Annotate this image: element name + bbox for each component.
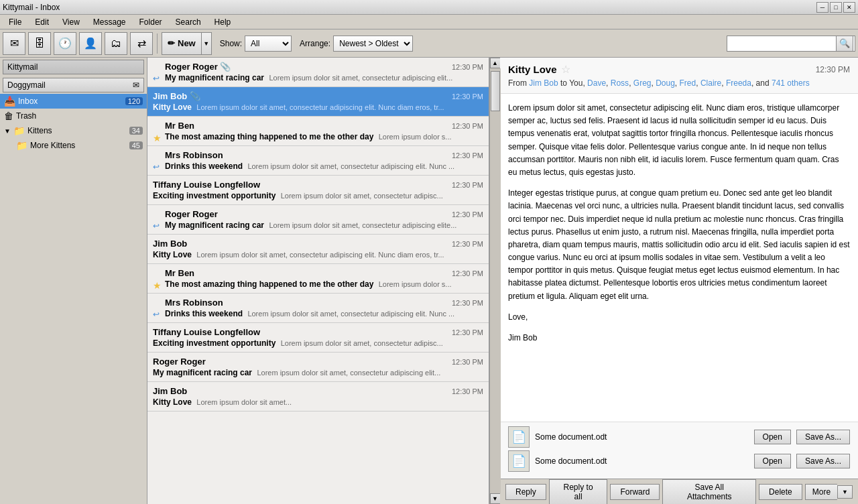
email-preview-10: Lorem ipsum dolor sit amet, consectetur … bbox=[257, 369, 440, 377]
scroll-up-button[interactable]: ▲ bbox=[490, 58, 501, 68]
attachment-2-open-button[interactable]: Open bbox=[754, 454, 791, 468]
email-preview-8: Lorem ipsum dolor sit amet, consectetur … bbox=[247, 310, 454, 318]
email-subject-row-5: My magnificent racing car Lorem ipsum do… bbox=[153, 220, 483, 230]
email-item-4[interactable]: Tiffany Louise Longfellow 12:30 PM Excit… bbox=[147, 176, 489, 205]
search-input[interactable] bbox=[729, 39, 836, 48]
titlebar-controls: ─ □ ✕ bbox=[816, 2, 855, 13]
email-sender-1: Jim Bob 📎 bbox=[153, 91, 200, 101]
email-item-3[interactable]: ↩ Mrs Robinson 12:30 PM Drinks this week… bbox=[147, 146, 489, 176]
recipient-fred[interactable]: Fred bbox=[680, 78, 696, 88]
trash-icon: 🗑 bbox=[4, 111, 13, 121]
from-link[interactable]: Jim Bob bbox=[529, 78, 558, 88]
email-sender-7: Mr Ben bbox=[153, 268, 194, 278]
email-time-1: 12:30 PM bbox=[452, 92, 483, 101]
email-item-11[interactable]: Jim Bob 12:30 PM Kitty Love Lorem ipsum … bbox=[147, 382, 489, 412]
email-list-scroll[interactable]: ↩ Roger Roger 📎 12:30 PM My magnificent … bbox=[147, 58, 489, 504]
email-sender-0: Roger Roger 📎 bbox=[153, 62, 231, 72]
sidebar: Kittymail Doggymail ✉ 📥 Inbox 120 🗑 Tras… bbox=[0, 58, 147, 504]
archive-button[interactable]: 🗄 bbox=[28, 32, 51, 55]
email-item-6[interactable]: Jim Bob 12:30 PM Kitty Love Lorem ipsum … bbox=[147, 235, 489, 264]
email-header-4: Tiffany Louise Longfellow 12:30 PM bbox=[153, 180, 483, 190]
email-item-8[interactable]: ↩ Mrs Robinson 12:30 PM Drinks this week… bbox=[147, 294, 489, 323]
email-item-5[interactable]: ↩ Roger Roger 12:30 PM My magnificent ra… bbox=[147, 205, 489, 235]
recipient-claire[interactable]: Claire bbox=[700, 78, 721, 88]
email-time-10: 12:30 PM bbox=[452, 358, 483, 366]
forward-button[interactable]: Forward bbox=[610, 484, 660, 500]
save-attachments-button[interactable]: Save All Attachments bbox=[662, 479, 756, 505]
more-kittens-label: More Kittens bbox=[30, 141, 75, 150]
menu-file[interactable]: File bbox=[3, 15, 27, 29]
email-sender-5: Roger Roger bbox=[153, 209, 218, 219]
attachment-1-save-button[interactable]: Save As... bbox=[796, 430, 850, 444]
kittens-badge: 34 bbox=[129, 127, 143, 135]
email-sender-2: Mr Ben bbox=[153, 121, 194, 131]
more-dropdown-button[interactable]: ▼ bbox=[837, 485, 853, 499]
email-item-2[interactable]: ★ Mr Ben 12:30 PM The most amazing thing… bbox=[147, 117, 489, 146]
email-subject-4: Exciting investment opportunity bbox=[153, 191, 278, 200]
email-item-10[interactable]: Roger Roger 12:30 PM My magnificent raci… bbox=[147, 353, 489, 382]
write-icon: ✏ bbox=[168, 38, 175, 48]
recipient-freeda[interactable]: Freeda bbox=[726, 78, 751, 88]
sync-button[interactable]: ⇄ bbox=[130, 32, 153, 55]
maximize-button[interactable]: □ bbox=[830, 2, 842, 13]
delete-button[interactable]: Delete bbox=[759, 484, 802, 500]
email-item-0[interactable]: ↩ Roger Roger 📎 12:30 PM My magnificent … bbox=[147, 58, 489, 87]
toolbar: ✉ 🗄 🕐 👤 🗂 ⇄ ✏ New ▼ Show: All Unread Sta… bbox=[0, 29, 858, 58]
minimize-button[interactable]: ─ bbox=[816, 2, 829, 13]
attachment-1-open-button[interactable]: Open bbox=[754, 430, 791, 444]
email-subject-row-6: Kitty Love Lorem ipsum dolor sit amet, c… bbox=[153, 250, 483, 259]
scroll-down-button[interactable]: ▼ bbox=[490, 493, 501, 504]
recipient-dave[interactable]: Dave bbox=[587, 78, 606, 88]
email-item-7[interactable]: ★ Mr Ben 12:30 PM The most amazing thing… bbox=[147, 264, 489, 294]
email-item-9[interactable]: Tiffany Louise Longfellow 12:30 PM Excit… bbox=[147, 323, 489, 353]
email-item-1[interactable]: Jim Bob 📎 12:30 PM Kitty Love Lorem ipsu… bbox=[147, 87, 489, 117]
arrange-label: Arrange: bbox=[300, 39, 330, 48]
reading-header: Kitty Love ☆ 12:30 PM From Jim Bob to Yo… bbox=[500, 58, 858, 94]
menu-help[interactable]: Help bbox=[208, 15, 237, 29]
sidebar-item-kittens[interactable]: ▼ 📁 Kittens 34 bbox=[0, 123, 147, 138]
menu-edit[interactable]: Edit bbox=[29, 15, 55, 29]
email-time-5: 12:30 PM bbox=[452, 210, 483, 218]
menu-message[interactable]: Message bbox=[87, 15, 132, 29]
show-label: Show: bbox=[220, 39, 242, 48]
sidebar-item-inbox[interactable]: 📥 Inbox 120 bbox=[0, 94, 147, 109]
sidebar-item-more-kittens[interactable]: 📁 More Kittens 45 bbox=[0, 138, 147, 153]
email-subject-10: My magnificent racing car bbox=[153, 368, 254, 377]
clock-button[interactable]: 🕐 bbox=[54, 32, 76, 55]
get-mail-button[interactable]: ✉ bbox=[3, 32, 25, 55]
account-doggymail[interactable]: Doggymail ✉ bbox=[3, 78, 144, 92]
sidebar-item-trash[interactable]: 🗑 Trash bbox=[0, 109, 147, 123]
titlebar: Kittymail - Inbox ─ □ ✕ bbox=[0, 0, 858, 15]
email-subject-5: My magnificent racing car bbox=[165, 220, 266, 230]
contacts-button[interactable]: 👤 bbox=[79, 32, 102, 55]
more-recipients-link[interactable]: 741 others bbox=[772, 78, 810, 88]
email-header-0: Roger Roger 📎 12:30 PM bbox=[153, 62, 483, 72]
menu-search[interactable]: Search bbox=[170, 15, 207, 29]
show-select[interactable]: All Unread Starred bbox=[245, 36, 292, 52]
body-paragraph-2: Integer egestas tristique purus, at cong… bbox=[508, 187, 850, 303]
new-button[interactable]: ✏ New bbox=[162, 32, 201, 55]
menu-folder[interactable]: Folder bbox=[133, 15, 168, 29]
filter-button[interactable]: 🗂 bbox=[105, 32, 127, 55]
close-button[interactable]: ✕ bbox=[843, 2, 855, 13]
recipient-greg[interactable]: Greg bbox=[633, 78, 652, 88]
email-subject-row-4: Exciting investment opportunity Lorem ip… bbox=[153, 191, 483, 200]
arrange-select[interactable]: Newest > Oldest Oldest > Newest Sender S… bbox=[333, 36, 413, 52]
email-header-6: Jim Bob 12:30 PM bbox=[153, 239, 483, 249]
star-button[interactable]: ☆ bbox=[561, 63, 570, 76]
new-dropdown-button[interactable]: ▼ bbox=[201, 32, 212, 55]
menu-view[interactable]: View bbox=[56, 15, 86, 29]
email-time-7: 12:30 PM bbox=[452, 269, 483, 277]
search-button[interactable]: 🔍 bbox=[836, 36, 853, 52]
email-preview-2: Lorem ipsum dolor s... bbox=[379, 133, 452, 141]
attachment-2-save-button[interactable]: Save As... bbox=[796, 454, 850, 468]
reply-icon-5: ↩ bbox=[153, 221, 160, 231]
reply-button[interactable]: Reply bbox=[505, 484, 546, 500]
account-kittymail[interactable]: Kittymail bbox=[3, 60, 144, 74]
email-preview-5: Lorem ipsum dolor sit amet, consectetur … bbox=[269, 221, 456, 229]
reply-all-button[interactable]: Reply to all bbox=[549, 479, 608, 505]
recipient-doug[interactable]: Doug bbox=[656, 78, 675, 88]
more-button[interactable]: More bbox=[805, 484, 837, 500]
recipient-ross[interactable]: Ross bbox=[611, 78, 629, 88]
scroll-thumb[interactable] bbox=[491, 71, 500, 111]
